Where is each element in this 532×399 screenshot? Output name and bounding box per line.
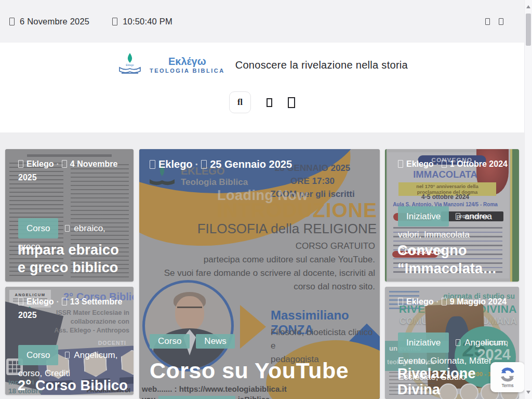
site-title: Εκλέγω Teologia Biblica	[150, 56, 225, 74]
date-icon	[442, 298, 447, 305]
post-title[interactable]: Impara ebraico e greco biblico	[18, 241, 129, 276]
header-actions: fl	[0, 91, 524, 113]
scrollbar-thumb[interactable]	[526, 14, 531, 46]
author-icon	[18, 160, 23, 168]
category-badge[interactable]: Corso	[18, 218, 58, 238]
site-tagline: Conoscere la rivelazione nella storia	[235, 59, 408, 71]
post-date: 9 Maggio 2024	[450, 297, 507, 306]
post-meta: Eklego·13 Settembre 2025	[18, 295, 132, 322]
date-icon	[442, 160, 447, 168]
post-card-convegno[interactable]: CONVEGNO IMMACOLATA CONCEZIONE nel 170° …	[385, 149, 519, 282]
author-link[interactable]: Eklego	[26, 297, 54, 306]
site-branding[interactable]: Eklego Εκλέγω Teologia Biblica Conoscere…	[0, 52, 524, 78]
category-badge[interactable]: Iniziative	[398, 332, 449, 353]
recaptcha-terms-link[interactable]: Terms	[501, 383, 513, 388]
social-icon-2[interactable]	[499, 18, 503, 25]
category-badge[interactable]: Iniziative	[398, 206, 449, 227]
author-icon	[398, 160, 403, 168]
tag-icon	[65, 352, 70, 358]
category-badge[interactable]: Corso	[150, 334, 190, 349]
scroll-up-arrow[interactable]	[526, 5, 530, 8]
post-title[interactable]: 2° Corso Biblico	[18, 378, 129, 394]
search-button[interactable]: fl	[229, 91, 251, 113]
current-date: 6 Novembre 2025	[20, 17, 89, 26]
current-time: 10:50:40 PM	[123, 17, 172, 26]
post-title[interactable]: Convegno “Immacolata…	[397, 242, 515, 278]
tag-icon	[456, 213, 460, 220]
author-link[interactable]: Eklego	[406, 159, 433, 168]
date-icon	[201, 160, 207, 169]
search-icon: fl	[237, 98, 243, 107]
post-card-corso-biblico[interactable]: ANGELICUM 2° Corso Biblico ISSR Mater Ec…	[5, 287, 134, 395]
site-title-name: Teologia Biblica	[150, 68, 225, 74]
author-icon	[18, 298, 23, 305]
topbar-time: 10:50:40 PM	[112, 17, 172, 26]
tag-icon	[456, 339, 460, 346]
site-title-greek: Εκλέγω	[150, 56, 225, 67]
post-taxonomy: CorsoAngelicum, corso, Crediti	[18, 345, 124, 381]
post-taxonomy: CorsoNews	[150, 334, 241, 349]
site-header: Eklego Εκλέγω Teologia Biblica Conoscere…	[0, 43, 524, 132]
topbar-date: 6 Novembre 2025	[9, 17, 89, 26]
date-icon	[62, 298, 67, 305]
social-icon-1[interactable]	[485, 18, 490, 25]
calendar-icon	[9, 18, 15, 25]
theme-toggle-icon[interactable]	[267, 98, 272, 107]
meta-separator: ·	[56, 159, 59, 168]
post-date: 1 Ottobre 2024	[450, 159, 508, 168]
topbar: 6 Novembre 2025 10:50:40 PM	[0, 0, 524, 43]
post-card-youtube[interactable]: EKLEGO Teologia Biblica 28 GENNAIO 2025 …	[139, 149, 380, 399]
category-badge[interactable]: Corso	[18, 345, 58, 365]
meta-separator: ·	[195, 158, 199, 170]
tag-icon	[65, 225, 70, 232]
clock-icon	[112, 18, 117, 25]
site-logo-icon: Eklego	[116, 52, 143, 78]
recaptcha-badge[interactable]: Terms	[490, 362, 525, 392]
svg-text:Eklego: Eklego	[126, 63, 134, 66]
post-meta: Eklego·25 Gennaio 2025	[150, 156, 379, 172]
post-date: 25 Gennaio 2025	[210, 158, 292, 170]
post-meta: Eklego·9 Maggio 2024	[398, 295, 518, 309]
meta-separator: ·	[436, 159, 438, 168]
post-meta: Eklego·4 Novembre 2025	[18, 157, 132, 184]
category-badge[interactable]: News	[196, 334, 235, 349]
post-meta: Eklego·1 Ottobre 2024	[398, 157, 518, 171]
menu-icon[interactable]	[288, 97, 295, 108]
author-link[interactable]: Eklego	[26, 159, 54, 168]
date-icon	[62, 160, 67, 168]
author-link[interactable]: Eklego	[158, 158, 193, 170]
scroll-down-arrow[interactable]	[526, 391, 530, 394]
post-title[interactable]: Corso su YouTube	[150, 358, 376, 383]
post-card-ebraico[interactable]: Eklego·4 Novembre 2025 Corsoebraico, gre…	[5, 149, 134, 282]
meta-separator: ·	[436, 297, 438, 306]
topbar-social	[485, 18, 503, 25]
author-icon	[398, 298, 403, 305]
recaptcha-icon	[500, 367, 515, 382]
vertical-scrollbar[interactable]	[524, 0, 532, 399]
meta-separator: ·	[56, 297, 59, 306]
author-link[interactable]: Eklego	[406, 297, 433, 306]
author-icon	[150, 160, 155, 169]
